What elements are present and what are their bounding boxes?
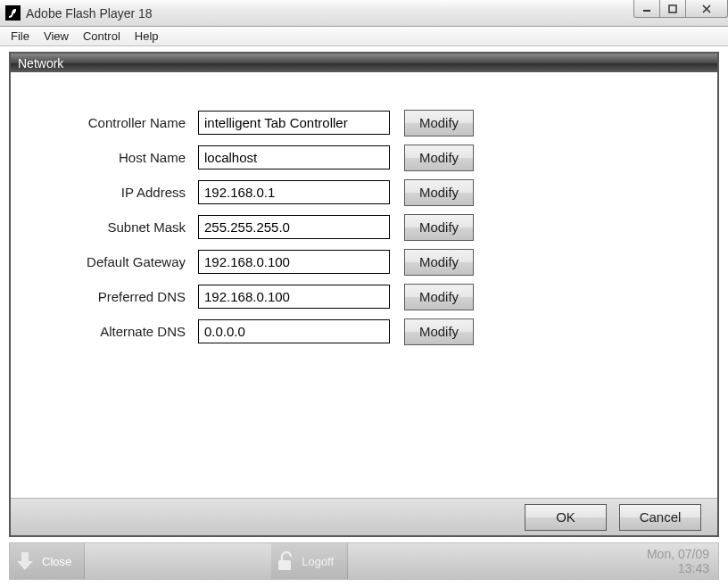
input-default-gateway[interactable] [198,250,390,274]
modify-alternate-dns-button[interactable]: Modify [404,318,474,345]
window-titlebar: Adobe Flash Player 18 [0,0,728,27]
svg-rect-2 [278,560,291,570]
modify-subnet-mask-button[interactable]: Modify [404,214,474,241]
row-ip-address: IP Address Modify [37,178,717,207]
label-host-name: Host Name [37,150,198,165]
label-default-gateway: Default Gateway [37,254,198,269]
arrow-down-icon [13,549,37,574]
modify-default-gateway-button[interactable]: Modify [404,249,474,276]
status-logoff-button[interactable]: Logoff [271,543,348,579]
row-host-name: Host Name Modify [37,143,717,172]
modify-host-name-button[interactable]: Modify [404,145,474,171]
svg-rect-1 [669,5,676,12]
padlock-open-icon [275,550,296,573]
row-controller-name: Controller Name Modify [37,108,717,137]
status-time: 13:43 [647,561,709,575]
maximize-button[interactable] [659,0,686,18]
input-controller-name[interactable] [198,111,390,135]
label-controller-name: Controller Name [37,115,198,130]
modify-preferred-dns-button[interactable]: Modify [404,284,474,310]
row-default-gateway: Default Gateway Modify [37,247,717,277]
label-subnet-mask: Subnet Mask [37,219,198,235]
menu-help[interactable]: Help [128,28,166,45]
network-panel: Network Controller Name Modify Host Name… [9,52,719,537]
status-datetime: Mon, 07/09 13:43 [647,543,718,579]
flash-app-icon [5,5,21,21]
cancel-button[interactable]: Cancel [619,504,701,531]
modify-controller-name-button[interactable]: Modify [404,110,474,136]
client-area: Network Controller Name Modify Host Name… [0,46,728,587]
row-subnet-mask: Subnet Mask Modify [37,212,717,242]
input-host-name[interactable] [198,145,390,169]
window-title: Adobe Flash Player 18 [26,6,153,21]
menu-bar: File View Control Help [0,27,728,46]
status-close-button[interactable]: Close [10,543,85,579]
modify-ip-address-button[interactable]: Modify [404,179,474,206]
status-spacer [85,543,271,579]
window-controls [634,0,728,18]
label-preferred-dns: Preferred DNS [37,289,198,304]
menu-view[interactable]: View [37,28,76,45]
ok-button[interactable]: OK [525,504,607,531]
panel-footer: OK Cancel [11,498,717,535]
network-form: Controller Name Modify Host Name Modify … [11,108,717,351]
window-close-button[interactable] [685,0,728,18]
status-date: Mon, 07/09 [647,547,709,561]
label-alternate-dns: Alternate DNS [37,324,198,339]
label-ip-address: IP Address [37,185,198,200]
status-spacer-2 [348,543,647,579]
panel-content: Controller Name Modify Host Name Modify … [11,72,717,498]
row-alternate-dns: Alternate DNS Modify [37,317,717,346]
status-close-label: Close [42,555,71,568]
row-preferred-dns: Preferred DNS Modify [37,282,717,311]
input-subnet-mask[interactable] [198,215,390,239]
minimize-button[interactable] [633,0,660,18]
svg-rect-0 [643,10,650,12]
status-strip: Close Logoff Mon, 07/09 13:43 [9,542,719,580]
menu-file[interactable]: File [4,28,37,45]
menu-control[interactable]: Control [76,28,128,45]
input-preferred-dns[interactable] [198,285,390,309]
panel-title: Network [11,54,717,72]
input-ip-address[interactable] [198,180,390,204]
input-alternate-dns[interactable] [198,319,390,343]
status-logoff-label: Logoff [302,555,334,568]
